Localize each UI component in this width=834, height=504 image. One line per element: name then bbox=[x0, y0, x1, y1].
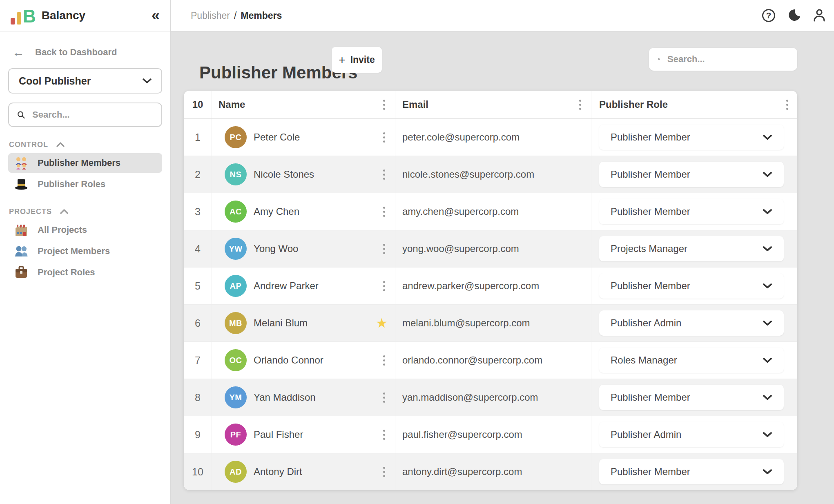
member-email-cell: antony.dirt@supercorp.com bbox=[395, 453, 591, 490]
member-role-cell: Publisher Admin bbox=[591, 416, 797, 453]
chevron-down-icon bbox=[763, 246, 772, 252]
role-value: Roles Manager bbox=[611, 355, 677, 366]
sidebar-item-label: Project Members bbox=[38, 246, 110, 256]
row-number: 2 bbox=[184, 156, 212, 193]
sidebar-item-project-roles[interactable]: Project Roles bbox=[8, 263, 162, 282]
row-menu-icon[interactable] bbox=[381, 204, 388, 219]
name-column-menu-icon[interactable] bbox=[381, 97, 388, 112]
breadcrumb-parent[interactable]: Publisher bbox=[191, 10, 230, 21]
members-search-input[interactable] bbox=[667, 54, 788, 65]
member-name-cell: AD Antony Dirt ★ bbox=[212, 453, 395, 490]
member-email: peter.cole@supercorp.com bbox=[402, 132, 520, 143]
table-row: 2 NS Nicole Stones ★ nicole.stones@super… bbox=[184, 156, 797, 193]
role-select[interactable]: Projects Manager bbox=[599, 236, 784, 261]
role-value: Publisher Member bbox=[611, 392, 690, 403]
member-role-cell: Roles Manager bbox=[591, 342, 797, 379]
section-control[interactable]: CONTROL bbox=[0, 139, 170, 150]
row-menu-icon[interactable] bbox=[381, 427, 388, 442]
member-name-cell: AP Andrew Parker ★ bbox=[212, 268, 395, 304]
email-column-menu-icon[interactable] bbox=[577, 97, 584, 112]
role-select[interactable]: Publisher Member bbox=[599, 273, 784, 299]
member-name: Melani Blum bbox=[254, 317, 308, 329]
avatar: PF bbox=[225, 424, 247, 446]
star-icon[interactable]: ★ bbox=[376, 317, 388, 330]
logo-bar-yellow bbox=[17, 12, 21, 25]
avatar: NS bbox=[225, 163, 247, 185]
member-name-cell: MB Melani Blum ★ bbox=[212, 305, 395, 341]
top-hat-icon bbox=[14, 177, 29, 192]
member-name: Peter Cole bbox=[254, 132, 300, 143]
table-row: 1 PC Peter Cole ★ peter.cole@supercorp.c… bbox=[184, 119, 797, 156]
role-select[interactable]: Publisher Member bbox=[599, 459, 784, 484]
row-number: 8 bbox=[184, 379, 212, 416]
section-projects[interactable]: PROJECTS bbox=[0, 206, 170, 217]
row-menu-icon[interactable] bbox=[381, 353, 388, 368]
sidebar-item-publisher-roles[interactable]: Publisher Roles bbox=[8, 174, 162, 194]
table-header-row: 10 Name Email Publisher Role bbox=[184, 91, 797, 119]
sidebar-item-label: Publisher Members bbox=[38, 158, 120, 168]
sidebar-collapse-icon[interactable]: « bbox=[152, 8, 160, 23]
role-value: Publisher Member bbox=[611, 280, 690, 292]
back-to-dashboard-link[interactable]: ← Back to Dashboard bbox=[0, 46, 170, 58]
sidebar: B Balancy « ← Back to Dashboard Cool Pub… bbox=[0, 0, 171, 504]
section-control-label: CONTROL bbox=[9, 140, 48, 149]
role-column-menu-icon[interactable] bbox=[784, 97, 791, 112]
role-value: Publisher Admin bbox=[611, 317, 681, 329]
chevron-down-icon bbox=[763, 320, 772, 326]
member-name: Orlando Connor bbox=[254, 355, 323, 366]
sidebar-item-publisher-members[interactable]: Publisher Members bbox=[8, 153, 162, 173]
chevron-up-icon bbox=[56, 142, 65, 147]
chevron-down-icon bbox=[763, 209, 772, 214]
row-menu-icon[interactable] bbox=[381, 130, 388, 145]
member-name: Yan Maddison bbox=[254, 392, 316, 403]
member-name-cell: OC Orlando Connor ★ bbox=[212, 342, 395, 379]
role-select[interactable]: Publisher Member bbox=[599, 162, 784, 187]
back-label: Back to Dashboard bbox=[35, 47, 117, 58]
member-role-cell: Publisher Member bbox=[591, 453, 797, 490]
row-menu-icon[interactable] bbox=[381, 279, 388, 294]
role-select[interactable]: Roles Manager bbox=[599, 348, 784, 373]
role-value: Publisher Member bbox=[611, 206, 690, 217]
logo-bar-red bbox=[11, 18, 15, 25]
help-button[interactable]: ? bbox=[760, 7, 777, 24]
role-select[interactable]: Publisher Member bbox=[599, 199, 784, 224]
row-menu-icon[interactable] bbox=[381, 241, 388, 256]
row-number: 5 bbox=[184, 268, 212, 304]
member-email: antony.dirt@supercorp.com bbox=[402, 466, 522, 477]
profile-button[interactable] bbox=[811, 7, 827, 24]
row-count-header: 10 bbox=[184, 91, 212, 118]
member-name-cell: NS Nicole Stones ★ bbox=[212, 156, 395, 193]
row-menu-icon[interactable] bbox=[381, 167, 388, 182]
role-value: Publisher Member bbox=[611, 132, 690, 143]
avatar: AC bbox=[225, 201, 247, 223]
member-name-cell: AC Amy Chen ★ bbox=[212, 193, 395, 230]
dark-mode-button[interactable] bbox=[786, 7, 802, 24]
member-role-cell: Publisher Member bbox=[591, 119, 797, 156]
role-select[interactable]: Publisher Member bbox=[599, 385, 784, 410]
sidebar-item-all-projects[interactable]: All Projects bbox=[8, 220, 162, 240]
member-name: Amy Chen bbox=[254, 206, 299, 217]
sidebar-search-input[interactable] bbox=[31, 109, 153, 120]
chevron-down-icon bbox=[763, 172, 772, 177]
members-search bbox=[649, 48, 797, 71]
invite-button[interactable]: + Invite bbox=[332, 47, 382, 73]
publisher-select[interactable]: Cool Publisher bbox=[8, 68, 162, 94]
factory-icon bbox=[14, 223, 29, 237]
person-icon bbox=[812, 8, 827, 23]
row-menu-icon[interactable] bbox=[381, 464, 388, 479]
role-select[interactable]: Publisher Admin bbox=[599, 310, 784, 336]
row-menu-icon[interactable] bbox=[381, 390, 388, 405]
sidebar-item-project-members[interactable]: Project Members bbox=[8, 241, 162, 261]
logo-row: B Balancy « bbox=[0, 0, 170, 31]
member-email-cell: melani.blum@supercorp.com bbox=[395, 305, 591, 341]
chevron-down-icon bbox=[763, 469, 772, 475]
member-role-cell: Publisher Member bbox=[591, 193, 797, 230]
role-select[interactable]: Publisher Admin bbox=[599, 422, 784, 447]
member-email: orlando.connor@supercorp.com bbox=[402, 355, 542, 366]
table-row: 8 YM Yan Maddison ★ yan.maddison@superco… bbox=[184, 379, 797, 416]
email-column-header: Email bbox=[395, 91, 591, 118]
breadcrumb: Publisher / Members bbox=[191, 10, 282, 21]
avatar: YM bbox=[225, 386, 247, 408]
avatar: MB bbox=[225, 312, 247, 334]
role-select[interactable]: Publisher Member bbox=[599, 125, 784, 150]
